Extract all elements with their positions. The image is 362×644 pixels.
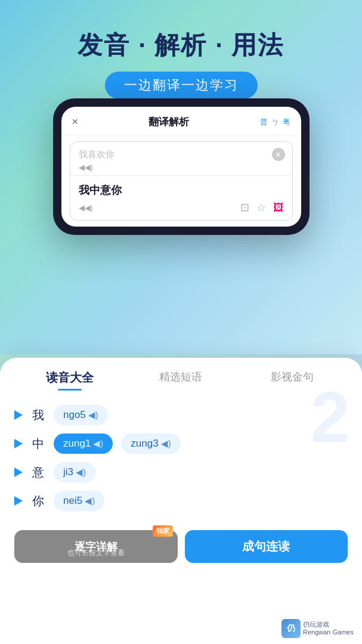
main-title: 发音 · 解析 · 用法 [0, 29, 362, 62]
pronunciation-row-ni: 你 nei5 ◀) [14, 491, 348, 511]
dialect-buttons[interactable]: 普 ㄅ 粤 [260, 117, 290, 128]
translate-header-title: 翻译解析 [78, 115, 259, 129]
bottom-buttons: 逐字详解 独家 也可长按文字查看 成句连读 [14, 530, 348, 577]
dialect-pu[interactable]: 普 [260, 117, 268, 128]
dialect-yue[interactable]: 粤 [283, 117, 290, 128]
reading-ngo5[interactable]: ngo5 ◀) [54, 405, 108, 425]
tab-pronunciation[interactable]: 读音大全 [14, 370, 125, 391]
detail-button[interactable]: 逐字详解 独家 也可长按文字查看 [14, 530, 178, 563]
detail-sub-text: 也可长按文字查看 [14, 548, 178, 558]
image-icon[interactable]: 🖼 [273, 202, 284, 214]
char-ni: 你 [31, 493, 45, 509]
exclusive-badge: 独家 [153, 525, 173, 537]
watermark-text: 仍玩游戏 Rengwan Games [303, 621, 354, 636]
pronunciation-row-zhong: 中 zung1 ◀) zung3 ◀) [14, 434, 348, 454]
play-button-zhong[interactable] [14, 439, 23, 448]
translate-header: × 翻译解析 普 ㄅ 粤 [61, 107, 301, 135]
reading-ji3[interactable]: ji3 ◀) [54, 462, 95, 482]
translate-box: 我喜欢你 ✕ ◀◀) 我中意你 ◀◀) ⊡ ☆ 🖼 [70, 141, 293, 221]
phone-mockup: × 翻译解析 普 ㄅ 粤 我喜欢你 ✕ ◀◀) 我中意你 ◀◀) [53, 98, 310, 235]
result-text: 我中意你 [79, 183, 284, 197]
reading-nei5[interactable]: nei5 ◀) [54, 491, 104, 511]
translate-result-area: 我中意你 ◀◀) ⊡ ☆ 🖼 [70, 176, 292, 220]
char-wo: 我 [31, 407, 45, 423]
tabs-row: 读音大全 精选短语 影视金句 [14, 370, 348, 391]
phone-screen: × 翻译解析 普 ㄅ 粤 我喜欢你 ✕ ◀◀) 我中意你 ◀◀) [61, 107, 301, 227]
close-button[interactable]: × [72, 116, 79, 128]
char-zhong: 中 [31, 436, 45, 452]
char-yi: 意 [31, 465, 45, 481]
watermark: 仍 仍玩游戏 Rengwan Games [281, 619, 354, 638]
action-icons: ⊡ ☆ 🖼 [240, 201, 284, 214]
connect-button[interactable]: 成句连读 [185, 530, 348, 563]
dialect-bopomofo[interactable]: ㄅ [271, 117, 279, 128]
result-sound-icon[interactable]: ◀◀) [79, 203, 93, 212]
clear-button[interactable]: ✕ [272, 148, 285, 161]
top-section: 发音 · 解析 · 用法 一边翻译一边学习 [0, 0, 362, 99]
pronunciation-row-wo: 我 ngo5 ◀) [14, 405, 348, 425]
bottom-panel: 2 读音大全 精选短语 影视金句 我 ngo5 ◀) 中 zung1 [0, 358, 362, 644]
reading-zung1[interactable]: zung1 ◀) [54, 434, 113, 454]
star-icon[interactable]: ☆ [256, 201, 266, 214]
play-button-ni[interactable] [14, 496, 23, 506]
translate-input-area[interactable]: 我喜欢你 ✕ ◀◀) [70, 142, 292, 176]
input-sound-icon[interactable]: ◀◀) [79, 163, 284, 172]
pronunciation-list: 我 ngo5 ◀) 中 zung1 ◀) zung3 ◀) 意 ji3 [14, 402, 348, 513]
watermark-logo: 仍 [281, 619, 301, 638]
tab-phrases[interactable]: 精选短语 [125, 370, 236, 391]
play-button-wo[interactable] [14, 410, 23, 420]
result-actions: ◀◀) ⊡ ☆ 🖼 [79, 201, 284, 214]
play-button-yi[interactable] [14, 467, 23, 477]
phone-frame: × 翻译解析 普 ㄅ 粤 我喜欢你 ✕ ◀◀) 我中意你 ◀◀) [53, 98, 310, 235]
copy-icon[interactable]: ⊡ [240, 201, 249, 214]
reading-zung3[interactable]: zung3 ◀) [121, 434, 180, 454]
subtitle-pill: 一边翻译一边学习 [105, 72, 258, 99]
input-placeholder: 我喜欢你 [79, 149, 115, 159]
pronunciation-row-yi: 意 ji3 ◀) [14, 462, 348, 482]
tab-movies[interactable]: 影视金句 [237, 370, 348, 391]
